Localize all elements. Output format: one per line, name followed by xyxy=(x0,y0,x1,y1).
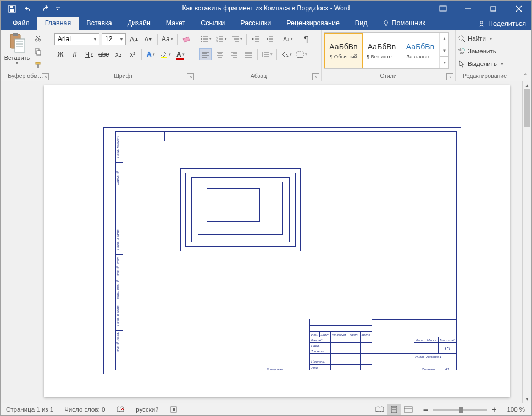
select-button[interactable]: Выделить▼ xyxy=(457,58,507,70)
zoom-out-button[interactable]: − xyxy=(423,405,428,414)
grow-font-button[interactable]: A▲ xyxy=(128,33,140,45)
status-proofing[interactable] xyxy=(110,403,130,415)
font-dialog-launcher[interactable]: ↘ xyxy=(187,73,194,80)
show-marks-button[interactable]: ¶ xyxy=(300,33,312,45)
redo-button[interactable] xyxy=(37,1,53,16)
tab-home[interactable]: Главная xyxy=(37,17,79,30)
vertical-scrollbar[interactable]: ▲ ▼ xyxy=(522,81,531,403)
page: Перв. примен. Справ. № Подп. и дата Инв.… xyxy=(44,85,510,397)
tab-review[interactable]: Рецензирование xyxy=(279,17,347,30)
view-read-mode[interactable] xyxy=(373,404,387,415)
zoom-slider[interactable] xyxy=(433,409,487,411)
tab-view[interactable]: Вид xyxy=(347,17,375,30)
book-icon xyxy=(116,406,125,413)
font-color-button[interactable]: A xyxy=(174,48,186,60)
share-button[interactable]: Поделиться xyxy=(478,16,526,30)
svg-rect-14 xyxy=(15,39,25,52)
tab-layout[interactable]: Макет xyxy=(158,17,193,30)
scroll-thumb[interactable] xyxy=(524,89,530,127)
qat-customize-button[interactable] xyxy=(53,1,63,16)
align-right-button[interactable] xyxy=(228,48,240,60)
underline-button[interactable]: Ч xyxy=(83,48,95,60)
group-editing: Найти▼ abacЗаменить Выделить▼ Редактиров… xyxy=(456,30,514,81)
decrease-indent-button[interactable] xyxy=(250,33,262,45)
tab-mailings[interactable]: Рассылки xyxy=(232,17,279,30)
multilevel-list-button[interactable] xyxy=(230,33,243,45)
status-page[interactable]: Страница 1 из 1 xyxy=(1,403,59,415)
ribbon-display-options-button[interactable] xyxy=(430,1,456,16)
tab-file[interactable]: Файл xyxy=(5,17,37,30)
paste-button[interactable]: Вставить ▼ xyxy=(4,32,30,65)
cut-button[interactable] xyxy=(32,32,44,45)
increase-indent-button[interactable] xyxy=(264,33,276,45)
bold-button[interactable]: Ж xyxy=(54,48,66,60)
collapse-ribbon-button[interactable]: ˄ xyxy=(522,73,529,80)
font-size-combo[interactable]: 12▼ xyxy=(102,33,126,45)
status-word-count[interactable]: Число слов: 0 xyxy=(59,403,110,415)
strikethrough-button[interactable]: abc xyxy=(97,48,110,60)
find-button[interactable]: Найти▼ xyxy=(457,32,507,45)
font-name-combo[interactable]: Arial▼ xyxy=(54,33,99,45)
align-center-button[interactable] xyxy=(214,48,226,60)
styles-scroll-up[interactable]: ▲ xyxy=(440,33,448,45)
left-label: Взам. инв. № xyxy=(115,278,123,301)
tell-me[interactable]: Помощник xyxy=(375,17,433,30)
styles-gallery: АаБбВв ¶ Обычный АаБбВв ¶ Без инте… АаБб… xyxy=(324,32,449,69)
bullets-button[interactable] xyxy=(199,33,213,45)
font-size-value: 12 xyxy=(105,35,112,43)
clear-formatting-button[interactable] xyxy=(180,33,192,45)
view-print-layout[interactable] xyxy=(387,404,401,415)
save-button[interactable] xyxy=(4,1,20,16)
style-normal[interactable]: АаБбВв ¶ Обычный xyxy=(324,33,363,68)
borders-button[interactable] xyxy=(295,48,308,60)
copy-button[interactable] xyxy=(32,46,44,58)
document-area[interactable]: Перв. примен. Справ. № Подп. и дата Инв.… xyxy=(1,81,522,403)
text-effects-button[interactable]: A xyxy=(145,48,157,60)
styles-dialog-launcher[interactable]: ↘ xyxy=(446,73,453,80)
line-spacing-button[interactable] xyxy=(261,48,274,60)
window-controls xyxy=(430,1,531,16)
scroll-down-button[interactable]: ▼ xyxy=(523,395,531,403)
paragraph-dialog-launcher[interactable]: ↘ xyxy=(312,73,319,80)
clipboard-icon xyxy=(7,32,27,53)
italic-button[interactable]: К xyxy=(69,48,81,60)
status-macro[interactable] xyxy=(164,403,183,415)
style-name: ¶ Без инте… xyxy=(363,53,401,59)
style-no-spacing[interactable]: АаБбВв ¶ Без инте… xyxy=(363,33,401,68)
replace-button[interactable]: abacЗаменить xyxy=(457,45,507,57)
zoom-level[interactable]: 100 % xyxy=(501,406,525,413)
shading-button[interactable] xyxy=(280,48,293,60)
tab-insert[interactable]: Вставка xyxy=(79,17,119,30)
highlight-button[interactable] xyxy=(159,48,172,60)
share-icon xyxy=(478,20,485,27)
style-name: Заголово… xyxy=(401,53,439,59)
format-painter-button[interactable] xyxy=(32,59,44,71)
zoom-in-button[interactable]: + xyxy=(492,405,496,414)
numbering-button[interactable]: 123 xyxy=(215,33,228,45)
view-web-layout[interactable] xyxy=(401,404,415,415)
subscript-button[interactable]: x₂ xyxy=(112,48,124,60)
justify-button[interactable] xyxy=(242,48,254,60)
nested-rect xyxy=(207,188,260,222)
styles-scroll-down[interactable]: ▼ xyxy=(440,45,448,57)
align-left-button[interactable] xyxy=(199,48,212,60)
scissors-icon xyxy=(34,35,42,42)
change-case-button[interactable]: Aa xyxy=(160,33,174,45)
close-button[interactable] xyxy=(506,1,531,16)
superscript-button[interactable]: x² xyxy=(126,48,138,60)
clipboard-dialog-launcher[interactable]: ↘ xyxy=(42,73,49,80)
tab-references[interactable]: Ссылки xyxy=(193,17,232,30)
status-language[interactable]: русский xyxy=(130,403,164,415)
tab-design[interactable]: Дизайн xyxy=(120,17,158,30)
style-heading1[interactable]: АаБбВв Заголово… xyxy=(401,33,440,68)
minimize-button[interactable] xyxy=(456,1,481,16)
shrink-font-button[interactable]: A▼ xyxy=(142,33,154,45)
maximize-button[interactable] xyxy=(481,1,506,16)
scroll-up-button[interactable]: ▲ xyxy=(523,81,531,89)
styles-expand[interactable]: ▾ xyxy=(440,57,448,68)
undo-button[interactable] xyxy=(20,1,37,16)
kompas-drawing[interactable]: Перв. примен. Справ. № Подп. и дата Инв.… xyxy=(103,127,461,374)
svg-point-28 xyxy=(201,36,202,37)
sort-button[interactable]: A↓ xyxy=(282,33,294,45)
style-preview: АаБбВв xyxy=(329,42,357,51)
